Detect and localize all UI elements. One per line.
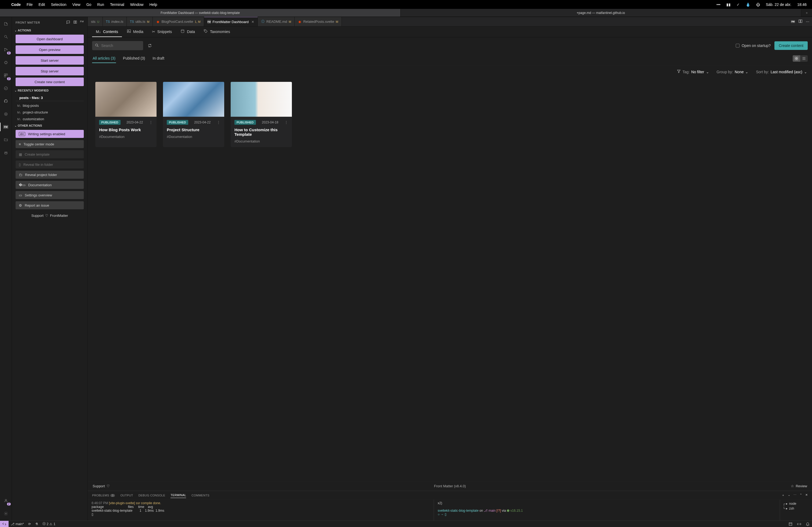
menubar-time[interactable]: 18:46 [797,2,807,7]
open-preview-button[interactable]: Open preview [16,45,84,54]
stop-server-button[interactable]: Stop server [16,67,84,75]
writing-settings-button[interactable]: abcWriting settings enabled [16,130,84,138]
settings-gear-icon[interactable] [2,510,10,517]
editor-tab[interactable]: ◉RelatedPosts.svelteM [294,17,342,26]
menubar-date[interactable]: Sáb. 22 de abr. [766,2,791,7]
extensions-icon[interactable]: 3 [2,72,10,79]
copilot-icon[interactable] [2,149,10,156]
control-center-icon[interactable]: ⏻ [756,2,760,7]
card-menu-icon[interactable]: ⋮ [284,120,288,124]
reveal-file-button[interactable]: ▯Reveal file in folder [16,161,84,168]
editor-tab[interactable]: ⓘREADME.mdM [258,17,294,26]
sort-by[interactable]: Sort by: Last modified (asc) ⌄ [756,70,807,74]
menubar-check-icon[interactable]: ✓ [737,2,740,7]
create-content-button[interactable]: Create content [774,41,808,50]
nav-contents[interactable]: M↓Contents [92,27,122,37]
menu-window[interactable]: Window [130,2,144,7]
filter-draft[interactable]: In draft [152,54,165,63]
nav-taxonomies[interactable]: Taxonomies [200,27,234,37]
panel-tab-problems[interactable]: PROBLEMS3 [92,493,115,498]
bell-icon[interactable] [803,521,812,527]
branch-indicator[interactable]: ⎇main* [9,521,26,527]
sidebar-support[interactable]: Support ♡ FrontMatter [12,210,88,221]
editor-tab[interactable]: TSindex.ts [103,17,127,26]
recent-item[interactable]: M↓customization [12,116,88,122]
cloud-button[interactable]: ⚗ [33,521,40,527]
review-link[interactable]: ☆Review [791,484,807,488]
editor-tab-active[interactable]: FMFrontMatter Dashboard✕ [204,17,258,26]
explorer-icon[interactable] [2,20,10,28]
fm-small-icon[interactable]: FM [80,20,84,25]
filter-published[interactable]: Published (3) [122,54,146,63]
menu-terminal[interactable]: Terminal [110,2,124,7]
more-icon[interactable]: ⋯ [806,19,809,24]
other-section[interactable]: ⌄OTHER ACTIONS [12,122,88,129]
search-icon[interactable] [2,33,10,41]
nav-snippets[interactable]: ✂Snippets [148,27,176,37]
editor-tab[interactable]: ◉BlogPostCard.svelte1, M [153,17,204,26]
menu-help[interactable]: Help [149,2,157,7]
create-new-content-button[interactable]: Create new content [16,77,84,86]
report-issue-button[interactable]: ⚙Report an issue [16,201,84,209]
actions-section[interactable]: ⌄ACTIONS [12,27,88,33]
problems-indicator[interactable]: ⓧ2⚠1 [40,521,57,527]
reveal-project-button[interactable]: 🗀Reveal project folder [16,171,84,179]
layout-icon[interactable] [786,521,795,527]
accounts-icon[interactable]: 2 [2,497,10,505]
support-link[interactable]: Support♡ [93,484,110,488]
menubar-pause-icon[interactable]: ▮▮ [726,2,731,7]
menu-file[interactable]: File [27,2,33,7]
frontmatter-icon[interactable]: FM [2,123,10,131]
start-server-button[interactable]: Start server [16,56,84,65]
content-card[interactable]: PUBLISHED2023-04-22⋮ How Blog Posts Work… [95,82,157,147]
panel-tab-debug[interactable]: DEBUG CONSOLE [138,493,165,498]
editor-tab[interactable]: stsU [88,17,103,26]
menu-go[interactable]: Go [86,2,91,7]
shell-item[interactable]: ┌ ▸node [783,501,809,506]
add-window-tab[interactable]: ＋ [801,9,812,17]
menu-edit[interactable]: Edit [39,2,45,7]
sync-button[interactable]: ⟳ [26,521,33,527]
editor-tab[interactable]: TSutils.tsM [127,17,153,26]
nav-data[interactable]: Data [177,27,199,37]
filter-all[interactable]: All articles (3) [92,54,116,63]
more-icon[interactable]: ⋯ [794,493,796,497]
create-template-button[interactable]: ▦Create template [16,150,84,158]
menu-view[interactable]: View [72,2,80,7]
github-icon[interactable] [2,97,10,105]
card-menu-icon[interactable]: ⋮ [217,120,220,124]
folder-icon[interactable] [2,136,10,144]
recent-section[interactable]: ⌄RECENTLY MODIFIED [12,87,88,94]
recent-item[interactable]: M↓blog-posts [12,102,88,109]
menubar-drop-icon[interactable]: 💧 [746,2,750,7]
chat-icon[interactable] [66,20,70,25]
shell-item[interactable]: └ ▸zsh [783,506,809,511]
refresh-button[interactable] [147,43,153,48]
fm-icon[interactable]: FM [791,20,795,23]
settings-overview-button[interactable]: ▭Settings overview [16,191,84,199]
chevron-up-icon[interactable]: ⌃ [800,493,802,497]
panel-tab-output[interactable]: OUTPUT [120,493,133,498]
panel-tab-comments[interactable]: COMMENTS [191,493,209,498]
split-icon[interactable] [798,19,802,24]
card-menu-icon[interactable]: ⋮ [149,120,153,124]
search-input[interactable] [101,44,148,48]
book-icon[interactable] [73,20,77,25]
list-view-button[interactable] [800,55,808,62]
nav-media[interactable]: Media [123,27,147,37]
documentation-button[interactable]: �​▭Documentation [16,181,84,189]
panel-tab-terminal[interactable]: TERMINAL [171,492,186,498]
terminal-pane-1[interactable]: 6:46:07 PM [vite-plugin-svelte] ssr comp… [88,500,434,521]
close-icon[interactable]: ✕ [251,20,254,24]
terminal-pane-2[interactable]: x2) sveltekit-static-blog-template on ⎇ … [434,500,780,521]
content-card[interactable]: PUBLISHED2023-04-22⋮ Project Structure #… [163,82,224,147]
search-box[interactable] [92,41,143,50]
source-control-icon[interactable]: 9 [2,46,10,54]
menu-selection[interactable]: Selection [51,2,67,7]
toggle-center-button[interactable]: ≡Toggle center mode [16,140,84,148]
new-terminal-icon[interactable]: ＋ [782,493,785,497]
close-panel-icon[interactable]: ✕ [805,493,808,497]
remote-icon[interactable] [2,85,10,92]
tag-filter[interactable]: Tag: No filter ⌄ [677,69,709,74]
content-card[interactable]: PUBLISHED2023-04-18⋮ How to Customize th… [231,82,292,147]
